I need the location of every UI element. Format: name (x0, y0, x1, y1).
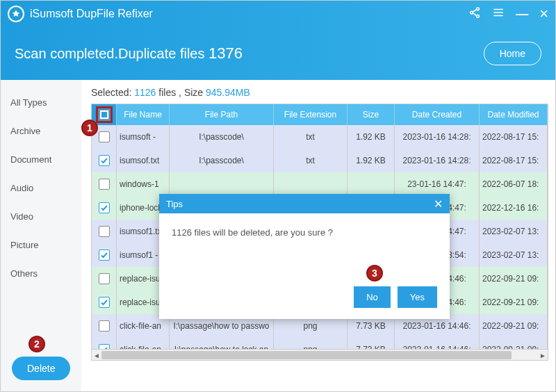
col-size[interactable]: Size (348, 104, 395, 125)
row-checkbox[interactable] (92, 196, 117, 220)
row-checkbox[interactable] (92, 291, 117, 314)
row-checkbox[interactable] (92, 149, 117, 172)
table-row[interactable]: isumsof.txtI:\passcode\txt1.92 KB2023-01… (92, 149, 548, 172)
row-checkbox[interactable] (92, 267, 117, 291)
selected-info: Selected: 1126 files , Size 945.94MB (91, 87, 548, 98)
dialog-titlebar: Tips ✕ (159, 194, 450, 213)
app-logo-icon (8, 6, 24, 22)
delete-button[interactable]: Delete (12, 357, 70, 380)
date-modified: 2022-09-21 09: (480, 267, 548, 291)
date-modified: 2022-08-17 15: (480, 149, 548, 172)
sidebar-item-all-types[interactable]: All Types (1, 88, 81, 117)
annotation-1: 1 (81, 120, 98, 136)
annotation-2: 2 (28, 336, 45, 352)
dialog-yes-button[interactable]: Yes (398, 286, 437, 308)
file-size: 1.92 KB (348, 125, 395, 149)
sidebar-item-archive[interactable]: Archive (1, 117, 81, 145)
col-created[interactable]: Date Created (395, 104, 480, 125)
dialog-no-button[interactable]: No (354, 286, 391, 308)
svg-line-4 (473, 13, 477, 15)
dialog-message: 1126 files will be deleted, are you sure… (159, 213, 450, 252)
table-header: File Name File Path File Extension Size … (92, 104, 548, 125)
table-row[interactable]: isumsoft -I:\passcode\txt1.92 KB2023-01-… (92, 125, 548, 149)
dialog-close-icon[interactable]: ✕ (434, 197, 443, 211)
scan-status: Scan completed.Duplicate files 1376 (15, 44, 484, 63)
minimize-icon[interactable]: — (516, 7, 528, 22)
table-row[interactable]: windows-123-01-16 14:47:2022-06-07 18: (92, 172, 548, 196)
sidebar-item-document[interactable]: Document (1, 145, 81, 174)
scroll-left-icon[interactable]: ◄ (92, 350, 101, 361)
app-title: iSumsoft DupFile Refixer (30, 8, 468, 20)
date-modified: 2022-09-21 09: (480, 314, 548, 338)
titlebar: iSumsoft DupFile Refixer — × (1, 1, 555, 27)
col-extension[interactable]: File Extension (274, 104, 348, 125)
file-path: I:\passcode\ (170, 125, 274, 149)
confirm-dialog: Tips ✕ 1126 files will be deleted, are y… (159, 194, 450, 319)
file-path: I:\passcode\ (170, 149, 274, 172)
date-modified: 2022-06-07 18: (480, 172, 548, 196)
file-size (348, 172, 395, 196)
date-modified: 2022-12-16 16: (480, 196, 548, 220)
sidebar-item-video[interactable]: Video (1, 202, 81, 231)
date-modified: 2023-02-07 13: (480, 220, 548, 243)
col-filepath[interactable]: File Path (170, 104, 274, 125)
date-created: 23-01-16 14:47: (395, 172, 480, 196)
file-ext: txt (274, 149, 348, 172)
sidebar-item-others[interactable]: Others (1, 259, 81, 288)
file-name: isumsof.txt (117, 149, 170, 172)
file-ext: txt (274, 125, 348, 149)
row-checkbox[interactable] (92, 243, 117, 267)
file-size: 1.92 KB (348, 149, 395, 172)
scrollbar-thumb[interactable] (101, 351, 512, 359)
scroll-right-icon[interactable]: ► (538, 350, 548, 361)
sidebar-item-picture[interactable]: Picture (1, 231, 81, 259)
file-ext (274, 172, 348, 196)
date-created: 2023-01-16 14:28: (395, 149, 480, 172)
date-modified: 2022-08-17 15: (480, 125, 548, 149)
date-created: 2023-01-16 14:28: (395, 125, 480, 149)
header: Scan completed.Duplicate files 1376 Home (1, 27, 555, 80)
col-filename[interactable]: File Name (117, 104, 170, 125)
dialog-title-text: Tips (166, 199, 434, 209)
file-path (170, 172, 274, 196)
horizontal-scrollbar[interactable]: ◄ ► (92, 349, 548, 360)
annotation-3: 3 (366, 265, 383, 281)
col-modified[interactable]: Date Modified (480, 104, 548, 125)
row-checkbox[interactable] (92, 172, 117, 196)
home-button[interactable]: Home (484, 42, 541, 65)
svg-line-3 (473, 9, 477, 12)
sidebar-item-audio[interactable]: Audio (1, 174, 81, 202)
row-checkbox[interactable] (92, 314, 117, 338)
date-modified: 2022-09-21 09: (480, 291, 548, 314)
date-modified: 2023-02-07 13: (480, 243, 548, 267)
file-name: windows-1 (117, 172, 170, 196)
row-checkbox[interactable] (92, 220, 117, 243)
close-icon[interactable]: × (539, 5, 548, 23)
file-name: isumsoft - (117, 125, 170, 149)
share-icon[interactable] (468, 6, 481, 22)
menu-icon[interactable] (492, 6, 505, 22)
